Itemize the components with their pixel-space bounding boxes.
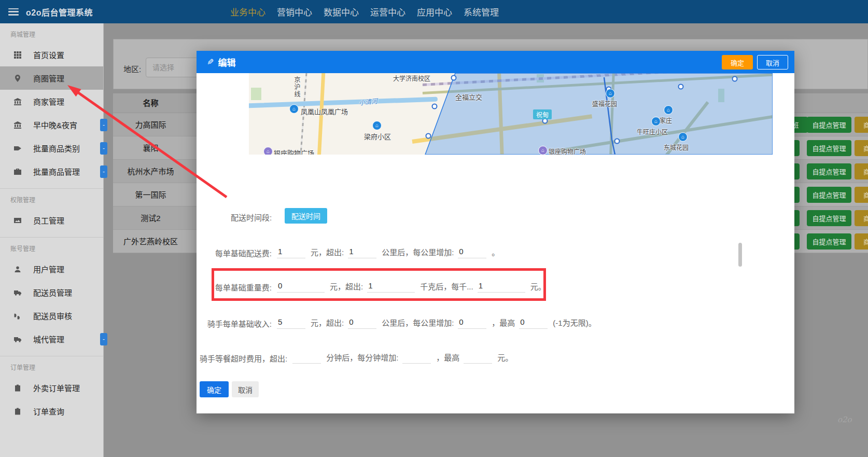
region-filter-label: 地区:: [123, 63, 141, 74]
pickup-point-manage-button[interactable]: 自提点管理: [807, 233, 851, 250]
sidebar-item-城代管理[interactable]: 城代管理-: [0, 327, 103, 351]
fee-row-text: 分钟后，每分钟增加:: [326, 352, 398, 364]
district-manage-button[interactable]: 商圈管理: [855, 187, 868, 203]
fee-input[interactable]: [367, 281, 415, 293]
fee-row-text: (-1为无限)。: [553, 317, 596, 329]
sidebar-item-员工管理[interactable]: 员工管理: [0, 209, 103, 232]
map-label-quanfu: 全福立交: [455, 92, 482, 102]
nav-item-应用中心[interactable]: 应用中心: [416, 5, 453, 18]
fee-input[interactable]: [277, 247, 305, 258]
hamburger-menu-icon[interactable]: [8, 8, 19, 16]
sidebar-item-批量商品管理[interactable]: 批量商品管理-: [0, 160, 103, 183]
scrollbar-thumb[interactable]: [738, 243, 742, 267]
delivery-time-label: 配送时间段:: [231, 212, 272, 223]
sidebar-item-外卖订单管理[interactable]: 外卖订单管理: [0, 376, 103, 399]
nav-item-系统管理[interactable]: 系统管理: [463, 5, 499, 18]
fee-input[interactable]: [478, 281, 525, 293]
sidebar-item-商家管理[interactable]: 商家管理: [0, 90, 103, 113]
pickup-point-manage-button[interactable]: 自提点管理: [807, 187, 851, 203]
sidebar-item-订单查询[interactable]: 订单查询: [0, 399, 103, 423]
collapse-badge[interactable]: -: [100, 165, 107, 178]
district-name-cell: 第一国际: [113, 183, 188, 206]
bank-icon: [13, 98, 22, 106]
form-cancel-button[interactable]: 取消: [232, 381, 259, 397]
fee-row-text: ，最高: [436, 352, 459, 364]
district-name-cell: 襄阳: [113, 136, 188, 160]
poi-icon: ⌂: [289, 104, 299, 114]
dialog-cancel-button[interactable]: 取消: [757, 55, 788, 70]
fee-input[interactable]: [458, 317, 486, 329]
district-name-cell: 杭州水产市场: [113, 160, 188, 183]
fee-row-text: 千克后，每千...: [420, 281, 473, 293]
sidebar-item-用户管理[interactable]: 用户管理: [0, 257, 103, 281]
fee-form-row: 每单基础配送费:元，超出:公里后，每公里增加:。: [200, 242, 501, 258]
sidebar-item-label: 城代管理: [33, 334, 64, 344]
edit-dialog-header: ✎ 编辑 确定 取消: [197, 51, 794, 73]
district-manage-button[interactable]: 商圈管理: [855, 163, 868, 179]
delivery-time-button[interactable]: 配送时间: [285, 208, 327, 224]
pickup-point-manage-button[interactable]: 自提点管理: [807, 117, 851, 133]
fee-input[interactable]: [348, 317, 376, 329]
sidebar-item-配送员管理[interactable]: 配送员管理: [0, 281, 103, 304]
sidebar-section: 商城管理首页设置商圈管理商家管理早中晚&夜宵-批量商品类别-批量商品管理-: [0, 23, 103, 183]
grid-icon: [13, 51, 22, 59]
fee-row-label: 每单基础配送费:: [200, 247, 272, 258]
poi-icon: ⌂: [263, 147, 273, 155]
collapse-badge[interactable]: -: [100, 119, 107, 131]
fee-row-text: 公里后，每公里增加:: [382, 317, 454, 329]
sidebar-section-header: 订单管理: [0, 359, 103, 376]
top-nav-menu: 业务中心营销中心数据中心运营中心应用中心系统管理: [230, 0, 510, 23]
nav-item-运营中心[interactable]: 运营中心: [370, 5, 406, 18]
nav-item-数据中心[interactable]: 数据中心: [323, 5, 359, 18]
sidebar-item-配送员审核[interactable]: 配送员审核: [0, 304, 103, 327]
collapse-badge[interactable]: -: [100, 333, 107, 345]
fee-input[interactable]: [277, 281, 325, 293]
district-map[interactable]: 大学济南校区 京沪线 小清河 ⌂ 凤凰山凤凰广场 全福立交 ⌂ 梁府小区 ⌂ 银…: [249, 73, 773, 155]
fee-input[interactable]: [348, 247, 376, 258]
fee-row-label: 骑手等餐超时费用，超出:: [200, 353, 287, 364]
sidebar-item-早中晚&夜宵[interactable]: 早中晚&夜宵-: [0, 113, 103, 136]
clipboard-icon: [13, 384, 22, 392]
dialog-confirm-button[interactable]: 确定: [722, 55, 753, 70]
pencil-icon: ✎: [207, 57, 214, 67]
district-name-cell: 力高国际: [113, 113, 188, 136]
district-manage-button[interactable]: 商圈管理: [855, 233, 868, 250]
fee-row-label: 骑手每单基础收入:: [200, 318, 272, 329]
name-column-header: 名称: [113, 93, 188, 113]
fee-input[interactable]: [519, 317, 548, 329]
sidebar-section: 权限管理员工管理: [0, 188, 103, 232]
sidebar-item-label: 外卖订单管理: [33, 382, 80, 393]
fee-row-text: 元。: [497, 352, 513, 364]
district-manage-button[interactable]: 商圈管理: [855, 117, 868, 133]
nav-item-营销中心[interactable]: 营销中心: [276, 5, 313, 18]
sidebar-section-header: 商城管理: [0, 26, 103, 43]
fee-input[interactable]: [402, 352, 431, 364]
district-manage-button[interactable]: 商圈管理: [855, 140, 868, 156]
truck-icon: [13, 335, 22, 343]
sidebar-item-label: 配送员管理: [33, 287, 72, 298]
fee-row-text: 元，超出:: [330, 281, 363, 293]
fee-input[interactable]: [277, 317, 305, 329]
fee-row-text: 元。: [530, 281, 546, 293]
sidebar-item-label: 批量商品管理: [33, 166, 80, 177]
nav-item-业务中心[interactable]: 业务中心: [230, 5, 266, 18]
map-label-university: 大学济南校区: [393, 74, 430, 82]
tag-icon: [13, 144, 22, 153]
pickup-point-manage-button[interactable]: 自提点管理: [807, 210, 851, 226]
poi-icon: ⌂: [664, 105, 673, 115]
box-icon: [13, 168, 22, 176]
fee-input[interactable]: [464, 352, 492, 364]
fee-row-text: 元，超出:: [311, 246, 344, 258]
sidebar-item-批量商品类别[interactable]: 批量商品类别-: [0, 136, 103, 160]
pickup-point-manage-button[interactable]: 自提点管理: [807, 163, 851, 179]
screen: o2o后台管理系统 业务中心营销中心数据中心运营中心应用中心系统管理 商城管理首…: [0, 0, 868, 457]
sidebar-item-商圈管理[interactable]: 商圈管理: [0, 66, 103, 90]
sidebar-item-首页设置[interactable]: 首页设置: [0, 43, 103, 66]
pickup-point-manage-button[interactable]: 自提点管理: [807, 140, 851, 156]
fee-input[interactable]: [292, 352, 321, 364]
district-manage-button[interactable]: 商圈管理: [855, 210, 868, 226]
sidebar-item-label: 配送员审核: [33, 310, 72, 321]
collapse-badge[interactable]: -: [100, 142, 107, 155]
form-confirm-button[interactable]: 确定: [200, 381, 229, 397]
fee-input[interactable]: [458, 247, 486, 258]
